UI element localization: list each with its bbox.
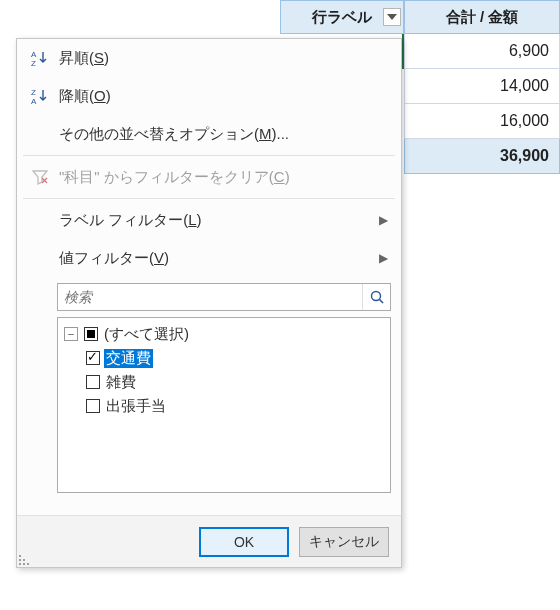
svg-text:A: A — [31, 97, 37, 105]
data-cell[interactable]: 6,900 — [404, 34, 560, 69]
sheet-header: 行ラベル 合計 / 金額 — [0, 0, 560, 34]
tree-item-label: 交通費 — [104, 349, 153, 368]
sort-desc-icon: ZA — [25, 87, 55, 105]
menu-sort-asc-label: 昇順(S) — [55, 49, 393, 68]
filter-menu: AZ 昇順(S) ZA 降順(O) その他の並べ替えオプション(M)... "科… — [16, 38, 402, 568]
header-amount-text: 合計 / 金額 — [446, 8, 519, 27]
tree-item-label: 雑費 — [104, 373, 138, 392]
filter-tree[interactable]: − (すべて選択) 交通費 雑費 出張手当 — [57, 317, 391, 493]
checkbox-indeterminate[interactable] — [84, 327, 98, 341]
svg-line-6 — [379, 300, 383, 304]
menu-value-filter-label: 値フィルター(V) — [55, 249, 373, 268]
menu-more-sort[interactable]: その他の並べ替えオプション(M)... — [17, 115, 401, 153]
button-bar: OK キャンセル — [17, 515, 401, 567]
cancel-button-label: キャンセル — [309, 533, 379, 551]
menu-clear-filter: "科目" からフィルターをクリア(C) — [17, 158, 401, 196]
header-spacer — [0, 0, 280, 34]
data-cell[interactable]: 14,000 — [404, 69, 560, 104]
menu-more-sort-label: その他の並べ替えオプション(M)... — [55, 125, 393, 144]
header-row-label-cell[interactable]: 行ラベル — [280, 0, 404, 34]
submenu-arrow-icon: ▶ — [373, 251, 393, 265]
ok-button[interactable]: OK — [199, 527, 289, 557]
header-amount-cell[interactable]: 合計 / 金額 — [404, 0, 560, 34]
data-column: 6,900 14,000 16,000 36,900 — [404, 34, 560, 174]
menu-value-filter[interactable]: 値フィルター(V) ▶ — [17, 239, 401, 277]
menu-sort-desc[interactable]: ZA 降順(O) — [17, 77, 401, 115]
checkbox-unchecked[interactable] — [86, 375, 100, 389]
tree-select-all-label: (すべて選択) — [102, 325, 191, 344]
submenu-arrow-icon: ▶ — [373, 213, 393, 227]
tree-select-all[interactable]: − (すべて選択) — [64, 322, 384, 346]
menu-label-filter[interactable]: ラベル フィルター(L) ▶ — [17, 201, 401, 239]
svg-text:A: A — [31, 50, 37, 59]
filter-dropdown-button[interactable] — [383, 8, 401, 26]
search-box — [57, 283, 391, 311]
svg-text:Z: Z — [31, 88, 36, 97]
collapse-icon[interactable]: − — [64, 327, 78, 341]
resize-grip[interactable] — [19, 553, 31, 565]
clear-filter-icon — [25, 168, 55, 186]
checkbox-unchecked[interactable] — [86, 399, 100, 413]
menu-sort-desc-label: 降順(O) — [55, 87, 393, 106]
sort-asc-icon: AZ — [25, 49, 55, 67]
tree-item[interactable]: 交通費 — [64, 346, 384, 370]
search-icon[interactable] — [362, 284, 390, 310]
selection-edge — [402, 34, 404, 69]
cancel-button[interactable]: キャンセル — [299, 527, 389, 557]
menu-clear-filter-label: "科目" からフィルターをクリア(C) — [55, 168, 393, 187]
data-cell-total[interactable]: 36,900 — [404, 139, 560, 174]
svg-point-5 — [371, 292, 380, 301]
menu-separator — [23, 155, 395, 156]
ok-button-label: OK — [234, 534, 254, 550]
menu-sort-asc[interactable]: AZ 昇順(S) — [17, 39, 401, 77]
tree-item[interactable]: 雑費 — [64, 370, 384, 394]
data-cell[interactable]: 16,000 — [404, 104, 560, 139]
menu-separator — [23, 198, 395, 199]
svg-text:Z: Z — [31, 59, 36, 67]
tree-item-label: 出張手当 — [104, 397, 168, 416]
checkbox-checked[interactable] — [86, 351, 100, 365]
header-row-label-text: 行ラベル — [312, 8, 372, 27]
search-input[interactable] — [58, 284, 362, 310]
search-row — [17, 277, 401, 317]
triangle-down-icon — [387, 14, 397, 20]
menu-label-filter-label: ラベル フィルター(L) — [55, 211, 373, 230]
svg-marker-0 — [387, 14, 397, 20]
tree-item[interactable]: 出張手当 — [64, 394, 384, 418]
